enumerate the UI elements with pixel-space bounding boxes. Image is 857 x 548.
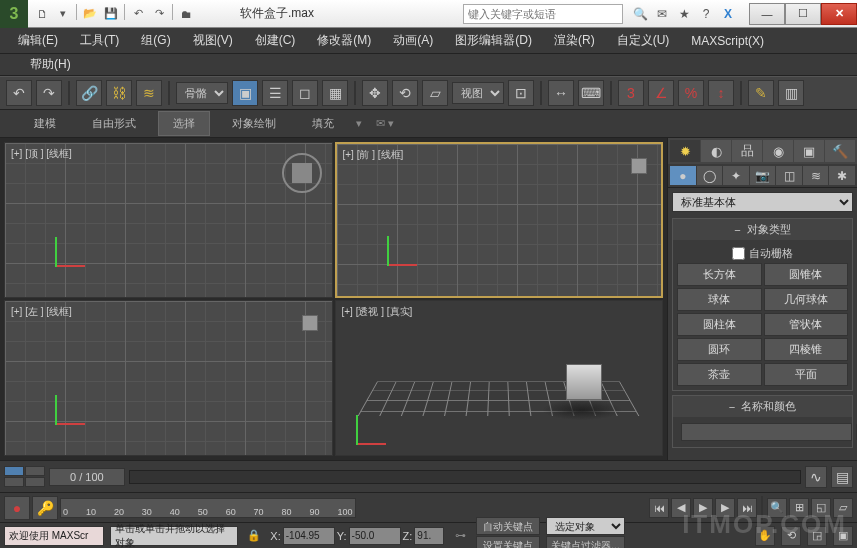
geosphere-button[interactable]: 几何球体	[764, 288, 849, 311]
viewcube-icon[interactable]	[302, 315, 318, 331]
maxscript-listener[interactable]: 欢迎使用 MAXScr	[4, 526, 104, 546]
new-icon[interactable]: 🗋	[32, 4, 52, 24]
spacewarps-tab[interactable]: ≋	[803, 166, 829, 185]
layout-btn-1[interactable]	[4, 466, 24, 476]
pivot-button[interactable]: ⊡	[508, 80, 534, 106]
redo-button[interactable]: ↷	[36, 80, 62, 106]
ribbon-tab-populate[interactable]: 填充	[298, 112, 348, 135]
keyboard-shortcut-button[interactable]: ⌨	[578, 80, 604, 106]
box-button[interactable]: 长方体	[677, 263, 762, 286]
curve-editor-icon[interactable]: ∿	[805, 466, 827, 488]
search-input[interactable]	[463, 4, 623, 24]
dolly-button[interactable]: ◲	[807, 526, 827, 546]
display-tab[interactable]: ▣	[794, 140, 824, 162]
select-rect-button[interactable]: ◻	[292, 80, 318, 106]
window-crossing-button[interactable]: ▦	[322, 80, 348, 106]
time-expand-icon[interactable]: ▤	[831, 466, 853, 488]
ribbon-mail-icon[interactable]: ✉ ▾	[376, 117, 394, 130]
menu-animation[interactable]: 动画(A)	[383, 29, 443, 52]
menu-modifiers[interactable]: 修改器(M)	[307, 29, 381, 52]
fov-button[interactable]: ▱	[833, 498, 853, 518]
spinner-snap-button[interactable]: ↕	[708, 80, 734, 106]
ribbon-tab-objectpaint[interactable]: 对象绘制	[218, 112, 290, 135]
snap-toggle-button[interactable]: 3	[618, 80, 644, 106]
object-name-input[interactable]	[681, 423, 852, 441]
scale-button[interactable]: ▱	[422, 80, 448, 106]
orbit-button[interactable]: ⟲	[781, 526, 801, 546]
cameras-tab[interactable]: 📷	[750, 166, 776, 185]
move-button[interactable]: ✥	[362, 80, 388, 106]
time-slider-track[interactable]	[129, 470, 801, 484]
max-toggle-button[interactable]: ▣	[833, 526, 853, 546]
create-tab[interactable]: ✹	[670, 140, 700, 162]
app-icon[interactable]: 3	[0, 0, 28, 28]
dropdown-icon[interactable]: ▾	[53, 4, 73, 24]
help-icon[interactable]: ?	[697, 5, 715, 23]
select-name-button[interactable]: ☰	[262, 80, 288, 106]
menu-edit[interactable]: 编辑(E)	[8, 29, 68, 52]
binoculars-icon[interactable]: 🔍	[631, 5, 649, 23]
percent-snap-button[interactable]: %	[678, 80, 704, 106]
y-input[interactable]	[349, 527, 401, 545]
viewport-left[interactable]: [+] [左 ] [线框]	[4, 300, 333, 456]
pan-button[interactable]: ✋	[755, 526, 775, 546]
geometry-tab[interactable]: ●	[670, 166, 696, 185]
motion-tab[interactable]: ◉	[763, 140, 793, 162]
box-object[interactable]	[566, 364, 602, 400]
sphere-button[interactable]: 球体	[677, 288, 762, 311]
next-frame-button[interactable]: ▶	[715, 498, 735, 518]
menu-view[interactable]: 视图(V)	[183, 29, 243, 52]
layout-btn-4[interactable]	[25, 477, 45, 487]
autokey-button[interactable]: 自动关键点	[476, 517, 540, 535]
shapes-tab[interactable]: ◯	[697, 166, 723, 185]
viewport-label[interactable]: [+] [前 ] [线框]	[343, 148, 404, 162]
tube-button[interactable]: 管状体	[764, 313, 849, 336]
redo-icon[interactable]: ↷	[149, 4, 169, 24]
key-icon[interactable]: ⊶	[450, 526, 470, 546]
ribbon-tab-freeform[interactable]: 自由形式	[78, 112, 150, 135]
cylinder-button[interactable]: 圆柱体	[677, 313, 762, 336]
manipulate-button[interactable]: ↔	[548, 80, 574, 106]
save-icon[interactable]: 💾	[101, 4, 121, 24]
menu-render[interactable]: 渲染(R)	[544, 29, 605, 52]
autogrid-checkbox[interactable]	[732, 247, 745, 260]
rollout-header[interactable]: −名称和颜色	[673, 396, 852, 417]
ribbon-dropdown-icon[interactable]: ▾	[356, 117, 362, 130]
category-select[interactable]: 标准基本体	[672, 192, 853, 212]
link-icon[interactable]: 🔗	[76, 80, 102, 106]
teapot-button[interactable]: 茶壶	[677, 363, 762, 386]
zoom-extents-button[interactable]: ◱	[811, 498, 831, 518]
helpers-tab[interactable]: ◫	[776, 166, 802, 185]
goto-start-button[interactable]: ⏮	[649, 498, 669, 518]
goto-end-button[interactable]: ⏭	[737, 498, 757, 518]
ribbon-tab-modeling[interactable]: 建模	[20, 112, 70, 135]
viewport-label[interactable]: [+] [顶 ] [线框]	[11, 147, 72, 161]
systems-tab[interactable]: ✱	[829, 166, 855, 185]
select-object-button[interactable]: ▣	[232, 80, 258, 106]
ribbon-tab-selection[interactable]: 选择	[158, 111, 210, 136]
maximize-button[interactable]: ☐	[785, 3, 821, 25]
menu-group[interactable]: 组(G)	[131, 29, 180, 52]
undo-button[interactable]: ↶	[6, 80, 32, 106]
menu-help[interactable]: 帮助(H)	[20, 53, 81, 76]
lock-icon[interactable]: 🔒	[244, 526, 264, 546]
rotate-button[interactable]: ⟲	[392, 80, 418, 106]
viewcube-icon[interactable]	[282, 153, 322, 193]
viewport-perspective[interactable]: [+] [透视 ] [真实]	[335, 300, 664, 456]
close-button[interactable]: ✕	[821, 3, 857, 25]
menu-grapheditors[interactable]: 图形编辑器(D)	[445, 29, 542, 52]
communicate-icon[interactable]: ✉	[653, 5, 671, 23]
lights-tab[interactable]: ✦	[723, 166, 749, 185]
zoom-button[interactable]: 🔍	[767, 498, 787, 518]
star-icon[interactable]: ★	[675, 5, 693, 23]
viewcube-icon[interactable]	[631, 158, 647, 174]
keyfilter-button[interactable]: 关键点过滤器...	[546, 536, 624, 548]
prev-frame-button[interactable]: ◀	[671, 498, 691, 518]
selection-mode-select[interactable]: 骨骼	[176, 82, 228, 104]
key-filter-select[interactable]: 选定对象	[546, 517, 624, 535]
zoom-all-button[interactable]: ⊞	[789, 498, 809, 518]
menu-tools[interactable]: 工具(T)	[70, 29, 129, 52]
viewport-top[interactable]: [+] [顶 ] [线框]	[4, 142, 333, 298]
x-input[interactable]	[283, 527, 335, 545]
time-slider-handle[interactable]: 0 / 100	[49, 468, 125, 486]
